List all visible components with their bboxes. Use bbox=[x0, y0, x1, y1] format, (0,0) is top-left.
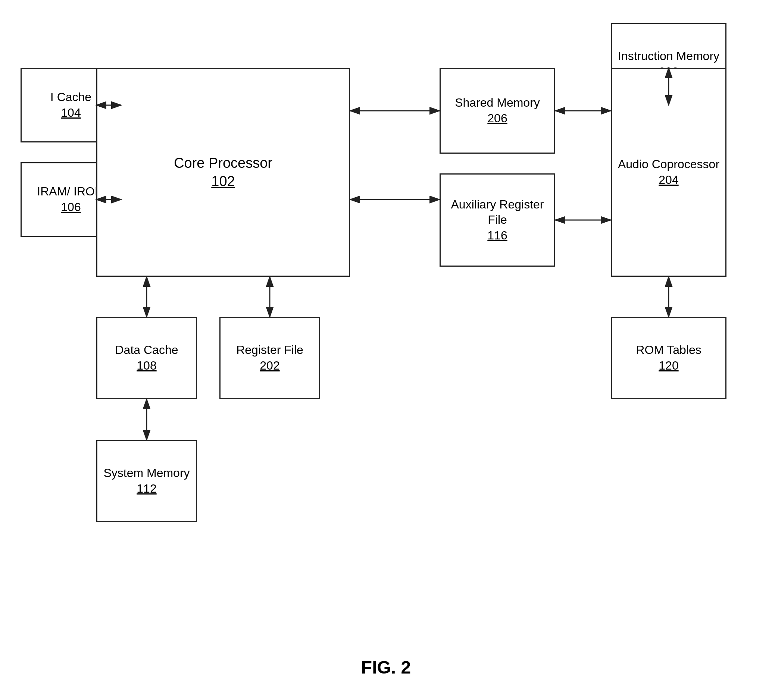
core-processor-label: Core Processor bbox=[174, 154, 272, 172]
diagram: I Cache 104 IRAM/ IROM 106 Core Processo… bbox=[0, 0, 772, 700]
system-memory-number: 112 bbox=[137, 481, 156, 497]
audio-coprocessor-number: 204 bbox=[659, 172, 678, 188]
aux-reg-file-number: 116 bbox=[487, 228, 507, 243]
register-file-label: Register File bbox=[236, 343, 303, 358]
data-cache-number: 108 bbox=[137, 358, 156, 374]
rom-tables-label: ROM Tables bbox=[636, 343, 701, 358]
rom-tables-block: ROM Tables 120 bbox=[611, 317, 726, 399]
aux-reg-file-block: Auxiliary Register File 116 bbox=[440, 173, 555, 267]
instruction-memory-label: Instruction Memory bbox=[618, 49, 720, 64]
shared-memory-block: Shared Memory 206 bbox=[440, 68, 555, 153]
system-memory-block: System Memory 112 bbox=[96, 440, 197, 522]
core-processor-number: 102 bbox=[211, 172, 235, 191]
audio-coprocessor-block: Audio Coprocessor 204 bbox=[611, 68, 726, 277]
i-cache-label: I Cache bbox=[51, 90, 92, 105]
shared-memory-number: 206 bbox=[487, 111, 507, 126]
shared-memory-label: Shared Memory bbox=[455, 95, 540, 111]
register-file-number: 202 bbox=[260, 358, 280, 374]
aux-reg-file-label: Auxiliary Register File bbox=[441, 197, 554, 228]
audio-coprocessor-label: Audio Coprocessor bbox=[618, 157, 720, 172]
data-cache-label: Data Cache bbox=[115, 343, 178, 358]
system-memory-label: System Memory bbox=[103, 465, 190, 481]
iram-irom-number: 106 bbox=[61, 199, 80, 215]
figure-label: FIG. 2 bbox=[361, 657, 411, 678]
i-cache-number: 104 bbox=[61, 105, 80, 121]
iram-irom-label: IRAM/ IROM bbox=[37, 184, 105, 199]
rom-tables-number: 120 bbox=[659, 358, 678, 374]
data-cache-block: Data Cache 108 bbox=[96, 317, 197, 399]
register-file-block: Register File 202 bbox=[219, 317, 320, 399]
core-processor-block: Core Processor 102 bbox=[96, 68, 350, 277]
